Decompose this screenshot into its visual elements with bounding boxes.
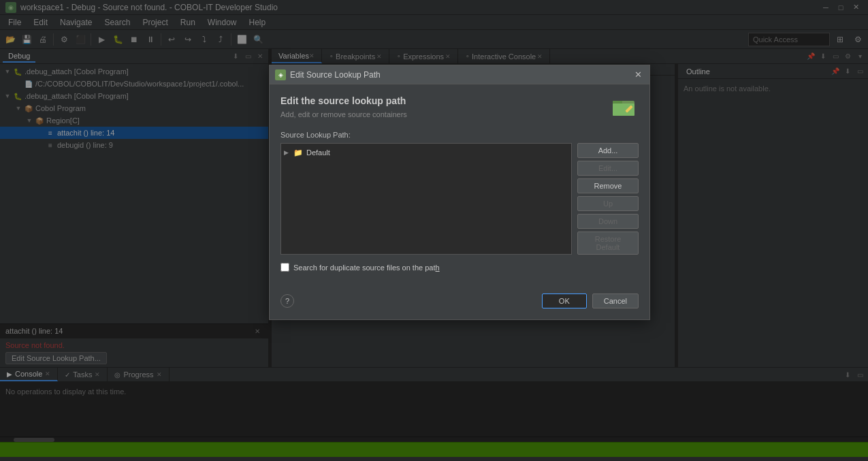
dialog-section-label: Source Lookup Path:	[280, 131, 639, 139]
dialog-footer: ? OK Cancel	[270, 293, 649, 319]
dialog-icon: ◈	[275, 69, 286, 80]
dialog-folder-icon-svg	[611, 95, 636, 120]
dialog-tree-item-default[interactable]: ▶ 📁 Default	[284, 146, 568, 159]
checkbox-label-text: Search for duplicate source files on the…	[293, 264, 440, 272]
remove-button[interactable]: Remove	[577, 178, 639, 193]
dialog-header-text: Edit the source lookup path Add, edit or…	[280, 95, 606, 118]
dialog-tree-area: ▶ 📁 Default Add... Edit... Remove Up Dow…	[280, 143, 639, 255]
dialog-header: Edit the source lookup path Add, edit or…	[280, 95, 639, 123]
dialog-subtitle: Add, edit or remove source containers	[280, 110, 606, 118]
down-button[interactable]: Down	[577, 214, 639, 229]
dialog-icon-graphic	[611, 95, 639, 123]
duplicate-search-row: Search for duplicate source files on the…	[280, 263, 639, 272]
dialog-action-buttons: Add... Edit... Remove Up Down Restore De…	[577, 143, 639, 255]
dialog-body: Edit the source lookup path Add, edit or…	[270, 84, 649, 293]
dialog-title-icon-symbol: ◈	[278, 71, 283, 78]
dialog-header-icon-area	[611, 95, 639, 123]
ok-button[interactable]: OK	[542, 293, 587, 308]
default-label: Default	[306, 148, 330, 157]
default-folder-icon: 📁	[293, 148, 303, 157]
cancel-button[interactable]: Cancel	[592, 293, 639, 308]
edit-button[interactable]: Edit...	[577, 161, 639, 176]
svg-rect-2	[613, 104, 634, 116]
dialog-main-title: Edit the source lookup path	[280, 95, 606, 106]
source-lookup-path-list[interactable]: ▶ 📁 Default	[280, 143, 572, 255]
dialog-titlebar: ◈ Edit Source Lookup Path ✕	[270, 65, 649, 84]
restore-default-button[interactable]: Restore Default	[577, 232, 639, 255]
add-button[interactable]: Add...	[577, 143, 639, 158]
dialog-close-button[interactable]: ✕	[632, 69, 644, 81]
help-button[interactable]: ?	[280, 294, 294, 308]
default-arrow-icon: ▶	[284, 149, 292, 156]
edit-source-dialog: ◈ Edit Source Lookup Path ✕ Edit the sou…	[269, 65, 650, 320]
duplicate-search-checkbox[interactable]	[280, 263, 289, 272]
dialog-footer-buttons: OK Cancel	[542, 293, 639, 308]
dialog-title-text: Edit Source Lookup Path	[290, 70, 632, 80]
up-button[interactable]: Up	[577, 196, 639, 211]
modal-overlay: ◈ Edit Source Lookup Path ✕ Edit the sou…	[0, 0, 868, 461]
duplicate-search-label[interactable]: Search for duplicate source files on the…	[293, 264, 440, 272]
